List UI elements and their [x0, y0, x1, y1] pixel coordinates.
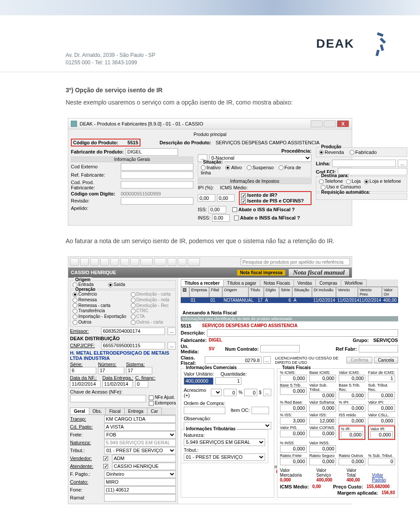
ipi-input[interactable]: [198, 194, 215, 202]
chk-isento-ir[interactable]: [241, 193, 246, 198]
cdpagto-label[interactable]: Cd. Pagto:: [70, 424, 102, 429]
tab-compras[interactable]: Compras: [315, 279, 341, 286]
chk-nfe-ajust[interactable]: [149, 395, 154, 400]
chk-isento-pis[interactable]: [241, 199, 246, 204]
th-serie[interactable]: Série: [279, 287, 292, 297]
t-valor-inss-input[interactable]: [309, 445, 336, 453]
sistema-input[interactable]: [126, 367, 152, 374]
tab-vendas[interactable]: Vendas: [294, 279, 316, 286]
t-fator-icms-input[interactable]: [368, 375, 395, 382]
th-valorori[interactable]: Valor Ori: [382, 287, 398, 297]
t-valorsub-input[interactable]: [309, 392, 336, 399]
t-valor-csll-input[interactable]: [368, 417, 395, 425]
t-inss-pct-input[interactable]: [280, 445, 307, 453]
radio-fora[interactable]: [279, 165, 284, 170]
t-rateio-frete-input[interactable]: [280, 458, 307, 465]
iss-input[interactable]: [209, 206, 226, 213]
nat2-select[interactable]: 5.949 SERVIÇOS EM GERAL: [184, 439, 265, 446]
chk-abate-iss[interactable]: [232, 207, 237, 212]
procedencia-select[interactable]: 0-Nacional: [209, 154, 312, 162]
tab-workflow[interactable]: Workflow: [341, 279, 367, 286]
chk-abate-inss[interactable]: [234, 216, 239, 220]
oc-input[interactable]: [184, 407, 225, 414]
linha-input[interactable]: [332, 160, 396, 167]
t-valor-ipi-input[interactable]: [368, 404, 395, 412]
itemoc-input[interactable]: [252, 407, 269, 414]
acresc-sign-select[interactable]: [211, 389, 222, 396]
t-basestrib-input[interactable]: [280, 387, 307, 395]
class-input[interactable]: [205, 356, 262, 364]
toolbar-new-icon[interactable]: [70, 258, 79, 266]
reffabr-input[interactable]: [359, 345, 398, 352]
transp-label[interactable]: Transp:: [70, 416, 102, 422]
t-valor-ir-input[interactable]: [370, 431, 392, 439]
radio-dev-nota[interactable]: [131, 298, 136, 303]
t-iss-retido-input[interactable]: [339, 417, 365, 425]
t-icms-pct-input[interactable]: [280, 375, 307, 382]
cnpj-browse-button[interactable]: ...: [168, 342, 176, 349]
radio-dev-carta[interactable]: [131, 292, 136, 297]
natureza-input[interactable]: [104, 439, 176, 446]
confirma-button[interactable]: Confirma: [346, 357, 372, 363]
t-subtribu-input[interactable]: [368, 458, 395, 465]
contato-label[interactable]: Contato:: [70, 479, 102, 485]
icms-input[interactable]: [217, 194, 234, 202]
t-base-icms-input[interactable]: [309, 375, 336, 382]
contato-input[interactable]: [104, 478, 176, 486]
t-basestribrec-input[interactable]: [339, 392, 365, 399]
tab-entrega[interactable]: Entrega: [124, 408, 147, 415]
th-empresa[interactable]: Empresa: [189, 287, 209, 297]
close-button[interactable]: X: [337, 120, 349, 127]
ramal-input[interactable]: [104, 494, 176, 502]
datanf-input[interactable]: [70, 380, 101, 388]
tab-titulos-receber[interactable]: Títulos a receber: [181, 279, 224, 286]
frete-select[interactable]: FOB: [104, 431, 176, 439]
cod-prod-fabricante-input[interactable]: [121, 181, 193, 188]
cfinanc-input[interactable]: [135, 380, 148, 388]
revisao-input[interactable]: [121, 197, 193, 205]
th-dtinclusao[interactable]: Dt Inclusão: [312, 287, 336, 297]
th-situacao[interactable]: Situação: [292, 287, 312, 297]
radio-loja[interactable]: [346, 179, 351, 184]
toolbar-b-icon[interactable]: [178, 258, 186, 266]
ref-fabricante-input[interactable]: [121, 171, 193, 179]
toolbar-a-icon[interactable]: [168, 258, 176, 266]
toolbar-doc-icon[interactable]: [130, 258, 139, 266]
class-browse-button[interactable]: ...: [263, 356, 271, 364]
natureza-label[interactable]: Natureza:: [70, 440, 102, 445]
t-valor-icms-input[interactable]: [339, 375, 365, 382]
cnpj-label[interactable]: CNPJ/CPF:: [70, 343, 98, 348]
t-suframa-input[interactable]: [309, 404, 336, 412]
vu-input[interactable]: [184, 377, 214, 385]
radio-comercio[interactable]: [73, 292, 77, 297]
t-ir-pct-input[interactable]: [341, 431, 363, 439]
numcontr-input[interactable]: [260, 345, 300, 352]
tab-fiscal[interactable]: Fiscal: [105, 408, 125, 415]
fpagto-select[interactable]: Dinheiro: [104, 471, 176, 478]
radio-import[interactable]: [73, 314, 77, 319]
trib2-select[interactable]: 01 - PREST DE SERVIÇO: [184, 453, 265, 461]
numero-input[interactable]: [98, 367, 124, 374]
t-valor-cofins-input[interactable]: [309, 430, 336, 437]
acresc-pct-input[interactable]: [224, 389, 237, 396]
tab-obs[interactable]: Obs.: [89, 408, 106, 415]
cod-externo-input[interactable]: [121, 163, 193, 171]
t-valor-pis-input[interactable]: [280, 430, 307, 437]
t-rateio-seguro-input[interactable]: [309, 458, 336, 465]
toolbar-open-icon[interactable]: [80, 258, 89, 266]
tab-geral[interactable]: Geral: [70, 408, 89, 415]
chk-extempora[interactable]: [149, 401, 154, 406]
toolbar-print-icon[interactable]: [140, 258, 153, 266]
toolbar-nav-icon[interactable]: [120, 258, 129, 266]
toolbar-copy-icon[interactable]: [110, 258, 119, 266]
radio-fabricado[interactable]: [350, 150, 354, 155]
th-vencto[interactable]: Vencto: [336, 287, 358, 297]
t-valor-iss-input[interactable]: [309, 417, 336, 425]
product-search-input[interactable]: [241, 258, 350, 265]
chave-input[interactable]: [70, 395, 146, 402]
acresc-val-input[interactable]: [244, 389, 257, 396]
cancela-button[interactable]: Cancela: [374, 357, 398, 363]
radio-outros-carta[interactable]: [131, 320, 136, 325]
radio-remessa-carta[interactable]: [73, 303, 77, 308]
radio-suspenso[interactable]: [247, 165, 252, 170]
